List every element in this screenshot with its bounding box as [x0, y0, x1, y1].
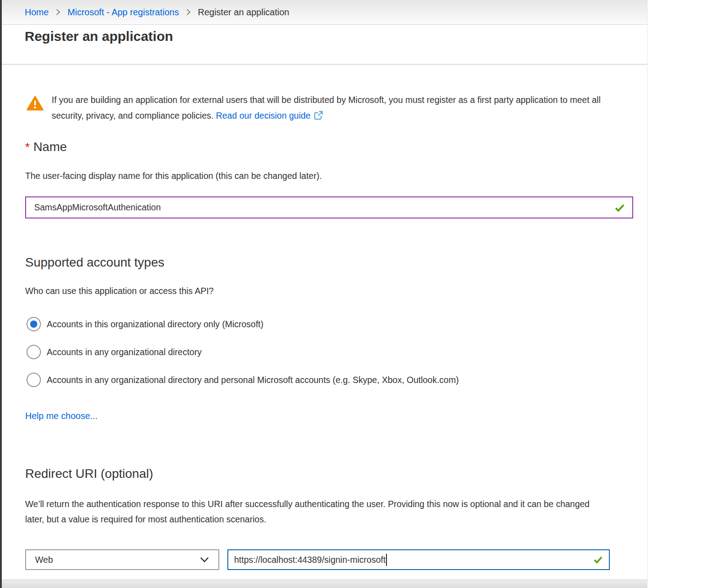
- name-heading-label: Name: [33, 140, 67, 154]
- radio-option-this-directory[interactable]: Accounts in this organizational director…: [27, 317, 263, 331]
- page-root: Home Microsoft - App registrations Regis…: [0, 0, 719, 588]
- breadcrumb: Home Microsoft - App registrations Regis…: [2, 0, 647, 25]
- redirect-uri-value: https://localhost:44389/signin-microsoft: [234, 555, 386, 565]
- supported-account-types-question: Who can use this application or access t…: [25, 286, 213, 296]
- chevron-down-icon: [199, 554, 210, 565]
- breadcrumb-chevron-icon: [185, 8, 192, 17]
- platform-select-value: Web: [35, 555, 53, 565]
- redirect-uri-input[interactable]: https://localhost:44389/signin-microsoft: [227, 549, 610, 570]
- platform-select-dropdown[interactable]: Web: [25, 549, 219, 570]
- radio-option-label[interactable]: Accounts in any organizational directory…: [47, 375, 459, 385]
- name-section-heading: *Name: [25, 140, 67, 154]
- supported-account-types-heading: Supported account types: [25, 255, 164, 270]
- breadcrumb-current-page: Register an application: [198, 7, 289, 18]
- register-application-panel: Home Microsoft - App registrations Regis…: [2, 0, 648, 588]
- valid-checkmark-icon: [593, 555, 603, 565]
- application-name-input[interactable]: SamsAppMicrosoftAuthenication: [25, 196, 633, 218]
- text-cursor: [386, 554, 387, 566]
- radio-option-label[interactable]: Accounts in this organizational director…: [47, 319, 263, 330]
- warning-message: If you are building an application for e…: [52, 92, 613, 124]
- radio-option-label[interactable]: Accounts in any organizational directory: [47, 347, 202, 357]
- valid-checkmark-icon: [614, 202, 625, 213]
- warning-triangle-icon: [27, 95, 44, 111]
- decision-guide-link-label: Read our decision guide: [216, 111, 311, 120]
- redirect-uri-description: We’ll return the authentication response…: [25, 496, 609, 527]
- radio-option-any-directory-and-personal[interactable]: Accounts in any organizational directory…: [27, 373, 459, 387]
- radio-selected-icon[interactable]: [27, 317, 41, 331]
- decision-guide-link[interactable]: Read our decision guide: [216, 111, 323, 120]
- warning-message-text: If you are building an application for e…: [52, 95, 601, 120]
- page-title: Register an application: [25, 29, 173, 44]
- application-name-value: SamsAppMicrosoftAuthenication: [34, 202, 161, 213]
- header-divider: [2, 64, 647, 65]
- radio-unselected-icon[interactable]: [27, 373, 41, 387]
- radio-option-any-directory[interactable]: Accounts in any organizational directory: [27, 345, 202, 359]
- breadcrumb-chevron-icon: [54, 8, 62, 17]
- breadcrumb-app-registrations-link[interactable]: Microsoft - App registrations: [67, 7, 179, 18]
- breadcrumb-home-link[interactable]: Home: [25, 7, 49, 18]
- external-link-icon: [314, 111, 323, 120]
- name-description: The user-facing display name for this ap…: [25, 171, 322, 181]
- required-marker: *: [25, 140, 30, 154]
- radio-unselected-icon[interactable]: [27, 345, 41, 359]
- warning-banner: If you are building an application for e…: [27, 92, 613, 124]
- bottom-status-strip: [2, 579, 647, 588]
- redirect-uri-heading: Redirect URI (optional): [25, 467, 153, 481]
- help-me-choose-link[interactable]: Help me choose...: [25, 411, 98, 421]
